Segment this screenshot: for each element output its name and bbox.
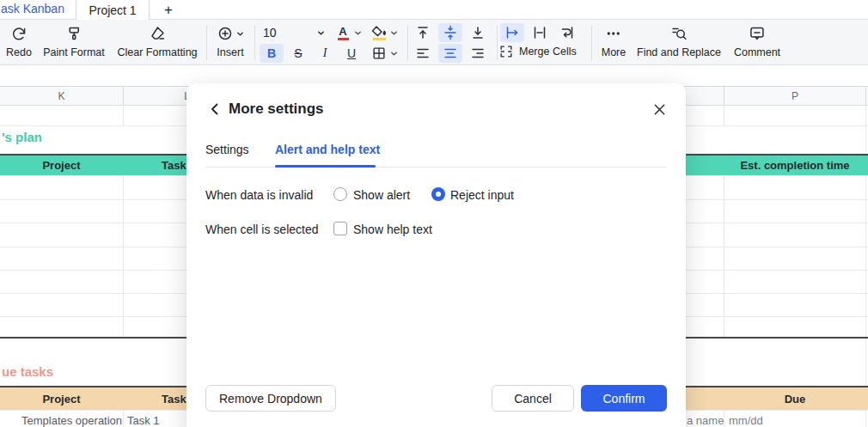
vertical-align-top-button[interactable] bbox=[411, 23, 435, 42]
strikethrough-icon: S bbox=[294, 46, 302, 60]
sheet-tab-task-kanban[interactable]: ask Kanban bbox=[1, 2, 64, 15]
toolbar: Redo Paint Format Clear Formatting Inser… bbox=[0, 20, 868, 65]
chevron-down-icon[interactable] bbox=[390, 50, 398, 58]
show-alert-label[interactable]: Show alert bbox=[353, 188, 410, 202]
toolbar-divider bbox=[254, 26, 255, 60]
paint-format-icon bbox=[65, 25, 83, 42]
cell-header-task-2[interactable]: Task bbox=[162, 393, 186, 406]
gridline bbox=[724, 107, 724, 125]
show-help-text-checkbox[interactable] bbox=[333, 222, 347, 235]
chevron-down-icon[interactable] bbox=[390, 29, 398, 37]
clear-formatting-label: Clear Formatting bbox=[117, 46, 197, 58]
column-divider bbox=[865, 87, 866, 105]
comment-button[interactable]: Comment bbox=[734, 25, 780, 58]
gridline bbox=[123, 107, 124, 125]
text-wrap-icon bbox=[559, 24, 576, 41]
more-button[interactable]: More bbox=[602, 25, 626, 58]
text-overflow-button[interactable] bbox=[500, 23, 524, 42]
back-button[interactable] bbox=[205, 100, 224, 119]
text-overflow-icon bbox=[504, 24, 521, 41]
text-clip-icon bbox=[531, 24, 548, 41]
italic-icon: I bbox=[323, 46, 327, 60]
align-left-button[interactable] bbox=[411, 44, 435, 63]
comment-label: Comment bbox=[734, 46, 780, 58]
chevron-down-icon[interactable] bbox=[354, 29, 362, 37]
underline-button[interactable]: U bbox=[339, 44, 364, 63]
app-window: K L P 's plan Project Task Est. comple bbox=[0, 0, 868, 427]
chevron-down-icon bbox=[236, 30, 244, 38]
text-clip-button[interactable] bbox=[528, 23, 552, 42]
bold-button[interactable]: B bbox=[260, 44, 284, 63]
strikethrough-button[interactable]: S bbox=[286, 44, 310, 63]
confirm-button[interactable]: Confirm bbox=[581, 385, 667, 412]
vertical-align-bottom-icon bbox=[469, 24, 486, 41]
sheet-tab-bar: ask Kanban Project 1 + bbox=[0, 0, 868, 20]
align-right-button[interactable] bbox=[466, 44, 490, 63]
redo-label: Redo bbox=[6, 46, 32, 58]
active-tab-indicator bbox=[275, 165, 376, 168]
toolbar-divider bbox=[206, 26, 207, 60]
font-size-select[interactable]: 10 bbox=[258, 23, 330, 42]
borders-button[interactable] bbox=[367, 44, 391, 63]
align-center-button[interactable] bbox=[438, 44, 462, 63]
vertical-align-middle-button[interactable] bbox=[438, 23, 462, 42]
add-sheet-button[interactable]: + bbox=[155, 0, 182, 20]
show-help-text-label[interactable]: Show help text bbox=[353, 223, 432, 236]
fill-color-button[interactable] bbox=[367, 23, 391, 42]
merge-cells-button[interactable]: Merge Cells bbox=[498, 44, 577, 59]
tab-settings[interactable]: Settings bbox=[205, 143, 249, 156]
vertical-align-top-icon bbox=[414, 24, 431, 41]
dialog-title: More settings bbox=[229, 101, 324, 118]
clear-formatting-button[interactable]: Clear Formatting bbox=[117, 25, 197, 58]
align-center-icon bbox=[442, 45, 459, 62]
borders-icon bbox=[371, 46, 387, 61]
chevron-left-icon bbox=[208, 102, 222, 116]
paint-format-button[interactable]: Paint Format bbox=[43, 25, 105, 58]
bold-icon: B bbox=[267, 46, 276, 60]
align-right-icon bbox=[469, 45, 486, 62]
when-cell-selected-label: When cell is selected bbox=[205, 223, 319, 236]
font-size-value: 10 bbox=[263, 26, 277, 40]
close-icon bbox=[653, 103, 666, 116]
cancel-button[interactable]: Cancel bbox=[492, 385, 574, 412]
cell-task-value[interactable]: Task 1 bbox=[127, 414, 160, 427]
cell-overdue-title[interactable]: ue tasks bbox=[2, 364, 53, 379]
font-color-button[interactable]: A bbox=[331, 23, 355, 42]
cell-due-value[interactable]: mm/dd bbox=[729, 414, 763, 427]
underline-icon: U bbox=[347, 46, 356, 60]
cell-project-value[interactable]: Templates operation bbox=[21, 414, 122, 427]
italic-button[interactable]: I bbox=[313, 44, 337, 63]
cell-plan-title[interactable]: 's plan bbox=[2, 130, 42, 144]
cell-name-value[interactable]: a name bbox=[687, 414, 724, 427]
cell-header-project[interactable]: Project bbox=[0, 159, 123, 172]
clear-formatting-icon bbox=[149, 25, 166, 42]
reject-input-label[interactable]: Reject input bbox=[450, 188, 514, 202]
cell-header-project-2[interactable]: Project bbox=[0, 393, 123, 406]
redo-button[interactable]: Redo bbox=[6, 25, 32, 58]
more-icon bbox=[605, 25, 622, 42]
comment-icon bbox=[749, 25, 766, 42]
text-wrap-button[interactable] bbox=[555, 23, 579, 42]
vertical-align-bottom-button[interactable] bbox=[466, 23, 490, 42]
merge-cells-icon bbox=[498, 44, 514, 59]
more-settings-dialog: More settings Settings Alert and help te… bbox=[186, 83, 686, 427]
paint-format-label: Paint Format bbox=[43, 46, 105, 58]
column-header-p[interactable]: P bbox=[724, 87, 865, 105]
remove-dropdown-button[interactable]: Remove Dropdown bbox=[205, 385, 336, 412]
align-left-icon bbox=[414, 45, 431, 62]
font-color-icon: A bbox=[338, 26, 349, 40]
cell-header-due[interactable]: Due bbox=[724, 393, 866, 406]
sheet-tab-project-1[interactable]: Project 1 bbox=[76, 0, 150, 20]
close-button[interactable] bbox=[650, 100, 669, 119]
toolbar-divider bbox=[497, 26, 498, 60]
reject-input-radio[interactable] bbox=[431, 187, 445, 201]
column-header-k[interactable]: K bbox=[0, 87, 123, 105]
cell-header-task[interactable]: Task bbox=[162, 159, 186, 172]
tab-alert-and-help-text[interactable]: Alert and help text bbox=[275, 143, 380, 156]
find-and-replace-button[interactable]: Find and Replace bbox=[637, 25, 721, 58]
show-alert-radio[interactable] bbox=[333, 187, 347, 201]
insert-button[interactable]: Insert bbox=[217, 25, 244, 58]
insert-label: Insert bbox=[217, 46, 243, 58]
cell-header-est-completion[interactable]: Est. completion time bbox=[724, 159, 866, 172]
toolbar-divider bbox=[591, 26, 592, 60]
